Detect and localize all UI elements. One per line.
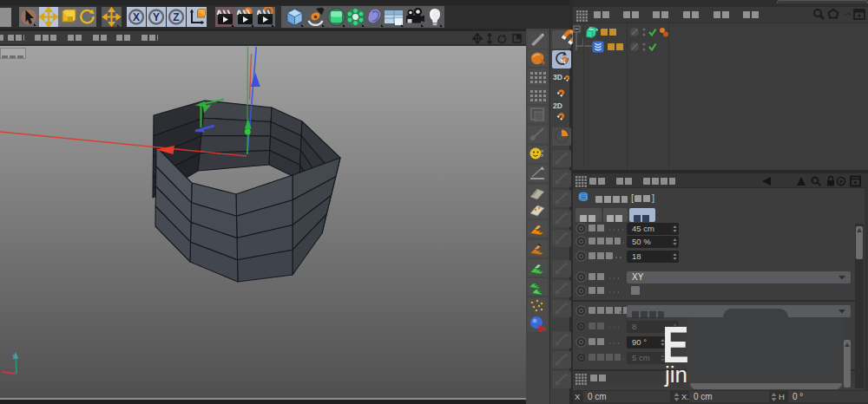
svg-text:2D: 2D [553,101,562,110]
svg-text:3D: 3D [553,73,562,81]
svg-text:z: z [541,153,543,158]
